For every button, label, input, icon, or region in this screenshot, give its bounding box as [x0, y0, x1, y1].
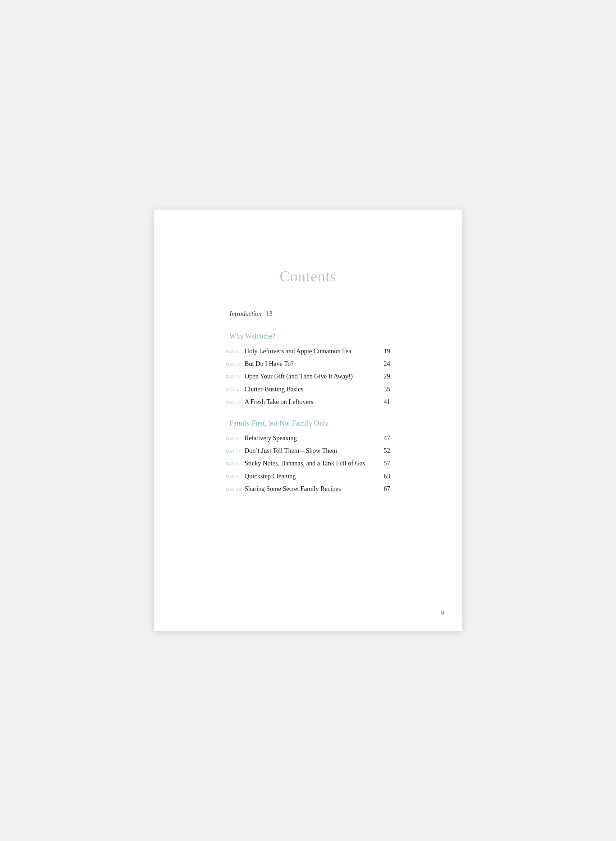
toc-page-1: 19 — [384, 347, 390, 356]
day-label-6: DAY 6: — [226, 435, 245, 442]
section-family-first: Family First, but Not Family Only DAY 6:… — [226, 419, 390, 494]
toc-page-3: 29 — [384, 372, 390, 381]
day-label-8: DAY 8: — [226, 460, 245, 467]
page-number: 9 — [441, 610, 444, 616]
toc-item-day7: DAY 7: Don’t Just Tell Them—Show Them 52 — [226, 446, 390, 456]
toc-page-7: 52 — [384, 446, 390, 456]
introduction-entry: Introduction 13 — [226, 310, 390, 318]
toc-item-day9: DAY 9: Quickstep Cleaning 63 — [226, 472, 390, 481]
toc-title-5: A Fresh Take on Leftovers — [245, 397, 381, 406]
day-label-5: DAY 5: — [226, 399, 245, 406]
toc-title-3: Open Your Gift (and Then Give It Away!) — [245, 372, 381, 381]
toc-title-2: But Do I Have To? — [245, 359, 381, 368]
toc-item-day1: DAY 1: Holy Leftovers and Apple Cinnamon… — [226, 347, 390, 356]
toc-item-day10: DAY 10: Sharing Some Secret Family Recip… — [226, 485, 390, 494]
section-why-welcome: Why Welcome? DAY 1: Holy Leftovers and A… — [226, 332, 390, 406]
toc-item-day3: DAY 3: Open Your Gift (and Then Give It … — [226, 372, 390, 381]
toc-page-10: 67 — [384, 485, 390, 494]
section-heading-2: Family First, but Not Family Only — [226, 419, 390, 427]
day-label-10: DAY 10: — [226, 486, 245, 493]
toc-page-9: 63 — [384, 472, 390, 481]
toc-title-9: Quickstep Cleaning — [245, 472, 381, 481]
day-label-3: DAY 3: — [226, 374, 245, 380]
day-label-2: DAY 2: — [226, 361, 245, 368]
toc-page-2: 24 — [384, 359, 390, 368]
toc-title-10: Sharing Some Secret Family Recipes — [245, 485, 381, 494]
day-label-7: DAY 7: — [226, 448, 245, 455]
toc-item-day4: DAY 4: Clutter-Busting Basics 35 — [226, 385, 390, 394]
toc-page-5: 41 — [384, 397, 390, 406]
book-page: Contents Introduction 13 Why Welcome? DA… — [154, 210, 462, 631]
section-heading-1: Why Welcome? — [226, 332, 390, 340]
day-label-9: DAY 9: — [226, 473, 245, 480]
toc-item-day5: DAY 5: A Fresh Take on Leftovers 41 — [226, 397, 390, 406]
day-label-1: DAY 1: — [226, 348, 245, 355]
toc-title-1: Holy Leftovers and Apple Cinnamon Tea — [245, 347, 381, 356]
toc-page-8: 57 — [384, 459, 390, 468]
toc-item-day2: DAY 2: But Do I Have To? 24 — [226, 359, 390, 368]
toc-title-6: Relatively Speaking — [245, 434, 381, 443]
contents-heading: Contents — [226, 268, 390, 285]
toc-page-4: 35 — [384, 385, 390, 394]
toc-title-7: Don’t Just Tell Them—Show Them — [245, 446, 381, 456]
toc-title-8: Sticky Notes, Bananas, and a Tank Full o… — [245, 459, 381, 468]
day-label-4: DAY 4: — [226, 386, 245, 393]
introduction-page: 13 — [266, 310, 273, 317]
toc-title-4: Clutter-Busting Basics — [245, 385, 381, 394]
toc-page-6: 47 — [384, 434, 390, 443]
introduction-label: Introduction — [230, 310, 262, 317]
toc-item-day8: DAY 8: Sticky Notes, Bananas, and a Tank… — [226, 459, 390, 468]
toc-item-day6: DAY 6: Relatively Speaking 47 — [226, 434, 390, 443]
